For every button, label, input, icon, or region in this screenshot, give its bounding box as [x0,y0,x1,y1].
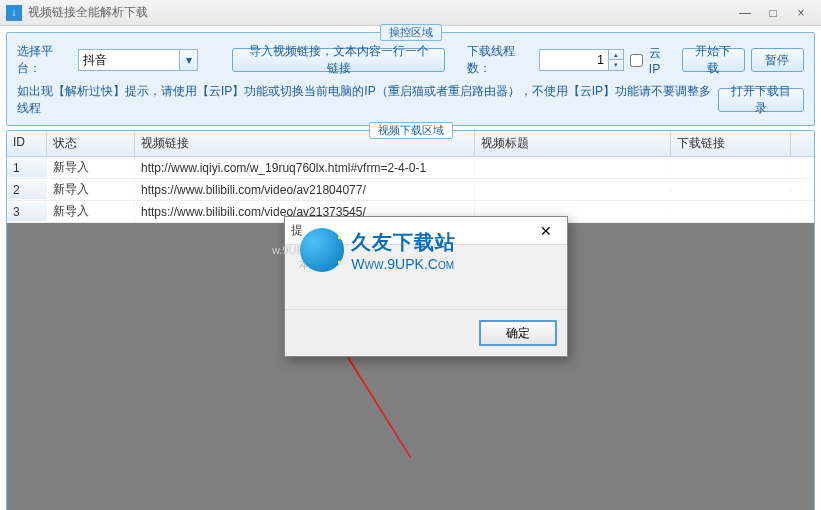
thread-spinner[interactable]: ▴ ▾ [539,49,624,71]
platform-label: 选择平台： [17,43,72,77]
spinner-down-icon[interactable]: ▾ [609,60,623,70]
spinner-up-icon[interactable]: ▴ [609,50,623,60]
dialog-faint-text: 本次 [299,258,321,270]
col-title[interactable]: 视频标题 [475,131,671,156]
thread-input[interactable] [540,50,608,70]
cell-id: 3 [7,203,47,221]
control-row-1: 选择平台： ▾ 导入视频链接，文本内容一行一个链接 下载线程数： ▴ ▾ 云IP… [17,43,804,77]
table-row[interactable]: 2新导入https://www.bilibili.com/video/av218… [7,179,814,201]
cell-dl [671,188,791,192]
cell-link: https://www.bilibili.com/video/av2180407… [135,181,475,199]
cell-status: 新导入 [47,201,135,222]
control-area: 操控区域 选择平台： ▾ 导入视频链接，文本内容一行一个链接 下载线程数： ▴ … [6,32,815,126]
maximize-button[interactable]: □ [759,3,787,23]
cell-id: 1 [7,159,47,177]
dialog-body: 本次 [285,245,567,309]
platform-input[interactable] [79,50,179,70]
platform-combo[interactable]: ▾ [78,49,198,71]
thread-label: 下载线程数： [467,43,533,77]
minimize-button[interactable]: — [731,3,759,23]
dialog-ok-button[interactable]: 确定 [479,320,557,346]
start-download-button[interactable]: 开始下载 [682,48,744,72]
control-area-legend: 操控区域 [380,24,442,41]
cell-link: http://www.iqiyi.com/w_19ruq760lx.html#v… [135,159,475,177]
cell-id: 2 [7,181,47,199]
cell-title [475,188,671,192]
control-row-2: 如出现【解析过快】提示，请使用【云IP】功能或切换当前电脑的IP（重启猫或者重启… [17,83,804,117]
close-button[interactable]: × [787,3,815,23]
cell-dl [671,210,791,214]
download-area-legend: 视频下载区域 [369,122,453,139]
import-links-button[interactable]: 导入视频链接，文本内容一行一个链接 [232,48,445,72]
dialog-title-text: 提 [291,222,531,239]
cell-title [475,166,671,170]
col-dl[interactable]: 下载链接 [671,131,791,156]
app-icon: ↓ [6,5,22,21]
dialog-footer: 确定 [285,309,567,356]
cell-dl [671,166,791,170]
cell-status: 新导入 [47,179,135,200]
col-id[interactable]: ID [7,131,47,156]
col-status[interactable]: 状态 [47,131,135,156]
cloud-ip-label: 云IP [649,45,670,76]
cloud-ip-checkbox[interactable] [630,54,643,67]
window-title: 视频链接全能解析下载 [28,4,731,21]
cell-status: 新导入 [47,157,135,178]
dialog-titlebar[interactable]: 提 ✕ [285,217,567,245]
grid-body: 1新导入http://www.iqiyi.com/w_19ruq760lx.ht… [7,157,814,223]
message-dialog: 提 ✕ 本次 确定 [284,216,568,357]
tip-text: 如出现【解析过快】提示，请使用【云IP】功能或切换当前电脑的IP（重启猫或者重启… [17,83,712,117]
cell-title [475,210,671,214]
open-download-dir-button[interactable]: 打开下载目录 [718,88,804,112]
title-bar: ↓ 视频链接全能解析下载 — □ × [0,0,821,26]
chevron-down-icon[interactable]: ▾ [179,50,197,70]
dialog-close-button[interactable]: ✕ [531,220,561,242]
table-row[interactable]: 1新导入http://www.iqiyi.com/w_19ruq760lx.ht… [7,157,814,179]
pause-button[interactable]: 暂停 [751,48,804,72]
